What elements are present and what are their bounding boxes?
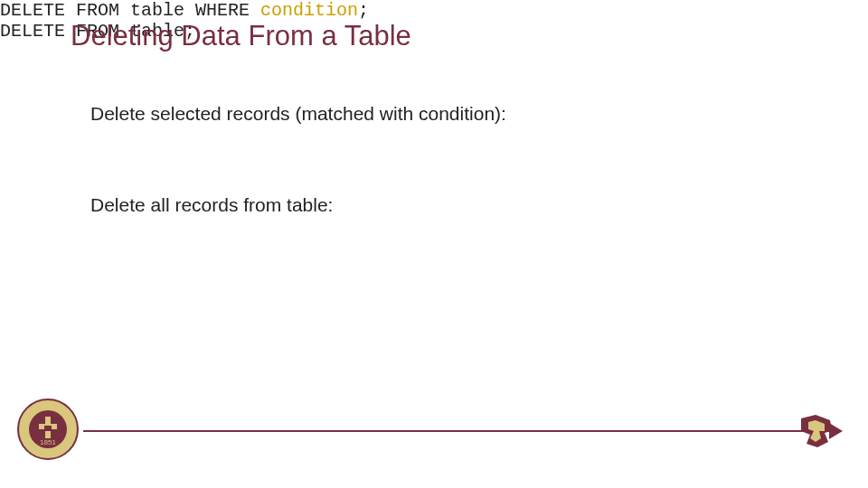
university-seal-icon: 1851 — [16, 398, 80, 461]
code-delete-where: DELETE FROM table WHERE condition; — [0, 0, 868, 21]
seal-year: 1851 — [40, 438, 56, 446]
code-segment-keyword: DELETE FROM table WHERE — [0, 0, 260, 21]
slide: Deleting Data From a Table Delete select… — [0, 0, 868, 488]
code-segment-condition: condition — [260, 0, 358, 21]
paragraph-delete-all: Delete all records from table: — [90, 194, 333, 216]
mascot-icon — [797, 413, 835, 451]
svg-rect-2 — [44, 426, 52, 431]
divider-line — [83, 430, 832, 432]
paragraph-delete-selected: Delete selected records (matched with co… — [90, 103, 506, 125]
code-segment-semicolon: ; — [358, 0, 369, 21]
slide-title: Deleting Data From a Table — [71, 20, 411, 52]
